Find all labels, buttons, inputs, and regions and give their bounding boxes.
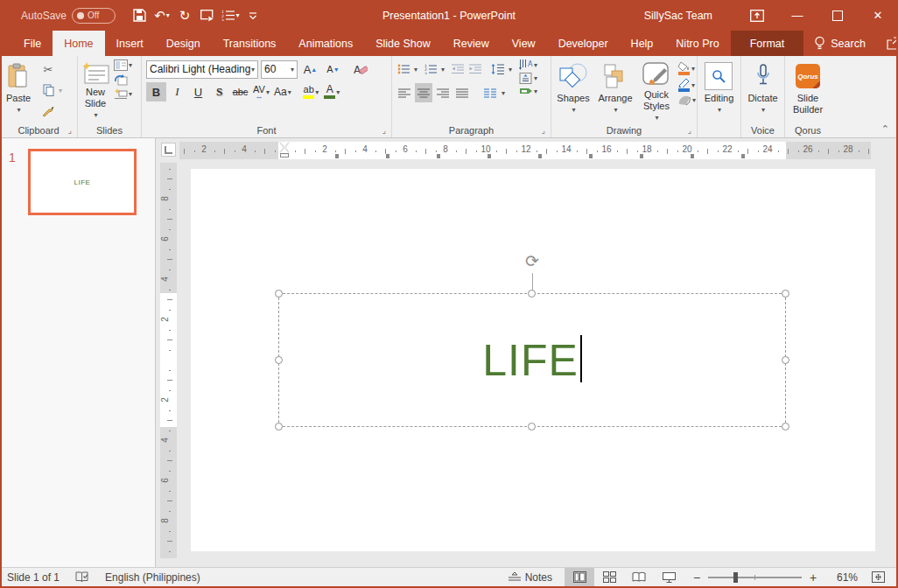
autosave-toggle[interactable]: AutoSave Off [21, 8, 116, 24]
maximize-button[interactable] [817, 0, 858, 31]
strikethrough-button[interactable]: abc [230, 82, 250, 102]
zoom-out-button[interactable]: − [691, 570, 703, 584]
slide-thumbnail-panel[interactable]: 1 LIFE [0, 138, 156, 567]
share-icon[interactable] [876, 31, 898, 56]
tab-review[interactable]: Review [442, 31, 501, 56]
redo-button[interactable]: ↻ [173, 6, 196, 25]
columns-button[interactable] [481, 83, 499, 102]
zoom-level[interactable]: 61% [826, 571, 858, 584]
customize-toolbar-icon[interactable] [242, 6, 264, 25]
collapse-ribbon-icon[interactable]: ⌃ [881, 123, 889, 135]
decrease-font-size-button[interactable]: A▼ [323, 60, 343, 79]
account-name[interactable]: SillySac Team [644, 10, 712, 22]
tab-insert[interactable]: Insert [105, 31, 155, 56]
minimize-button[interactable]: — [777, 0, 817, 31]
undo-button[interactable]: ↶▾ [151, 6, 173, 25]
tab-help[interactable]: Help [620, 31, 665, 56]
text-highlight-button[interactable]: ab ▾ [301, 82, 321, 102]
line-spacing-button[interactable] [488, 60, 506, 79]
zoom-slider-track[interactable] [708, 577, 802, 578]
tab-transitions[interactable]: Transitions [212, 31, 288, 56]
tab-file[interactable]: File [12, 31, 53, 56]
ribbon-display-options-icon[interactable] [737, 0, 777, 31]
decrease-indent-button[interactable] [450, 60, 466, 79]
editing-button[interactable]: Editing ▾ [702, 60, 737, 122]
start-slideshow-icon[interactable] [196, 6, 219, 25]
font-name-combo[interactable]: Calibri Light (Heading ▾ [146, 60, 258, 79]
quick-styles-button[interactable]: Quick Styles ▾ [637, 60, 676, 122]
dictate-button[interactable]: Dictate ▾ [745, 60, 780, 122]
reading-view-button[interactable] [624, 568, 654, 587]
save-icon[interactable] [128, 6, 151, 25]
align-text-button[interactable]: ▾ [519, 73, 537, 84]
slide-thumbnail[interactable]: LIFE [28, 149, 137, 215]
vertical-ruler[interactable]: 24682468 [160, 163, 177, 558]
arrange-button[interactable]: Arrange ▾ [593, 60, 637, 122]
underline-button[interactable]: U [188, 82, 208, 102]
slide-builder-button[interactable]: Qorus Slide Builder [786, 60, 830, 122]
slide-sorter-view-button[interactable] [594, 568, 624, 587]
shape-outline-button[interactable]: ▾ [677, 78, 696, 92]
fit-to-window-button[interactable] [863, 568, 893, 587]
resize-handle-sw[interactable] [275, 423, 283, 430]
slide-status[interactable]: Slide 1 of 1 [7, 571, 60, 584]
rotate-handle-icon[interactable]: ⟳ [525, 253, 539, 270]
section-button[interactable]: ▾ [114, 88, 132, 100]
bullets-button[interactable] [396, 60, 411, 79]
slideshow-view-button[interactable] [654, 568, 684, 587]
font-color-button[interactable]: A ▾ [322, 82, 342, 102]
increase-indent-button[interactable] [467, 60, 483, 79]
numbered-list-button[interactable]: 123 ▾ [219, 6, 242, 25]
tab-animations[interactable]: Animations [287, 31, 364, 56]
language-status[interactable]: English (Philippines) [105, 571, 200, 584]
dialog-launcher-icon[interactable]: ⌟ [538, 126, 548, 136]
resize-handle-ne[interactable] [782, 290, 789, 298]
font-size-combo[interactable]: 60 ▾ [261, 60, 298, 79]
resize-handle-e[interactable] [782, 356, 789, 364]
change-case-button[interactable]: Aa▾ [272, 82, 293, 102]
slide-canvas[interactable]: ⟳ LIFE [191, 169, 875, 551]
resize-handle-se[interactable] [782, 423, 789, 430]
numbering-button[interactable]: 123 [423, 60, 438, 79]
justify-button[interactable] [453, 83, 471, 102]
autosave-pill[interactable]: Off [72, 8, 116, 24]
shape-effects-button[interactable]: ▾ [677, 94, 696, 106]
convert-smartart-button[interactable]: ▾ [519, 86, 537, 97]
copy-button[interactable] [39, 80, 58, 100]
tab-nitro-pro[interactable]: Nitro Pro [664, 31, 730, 56]
tab-design[interactable]: Design [155, 31, 212, 56]
layout-button[interactable]: ▾ [114, 60, 132, 71]
increase-font-size-button[interactable]: A▲ [300, 60, 320, 79]
character-spacing-button[interactable]: AV↔ ▾ [251, 82, 271, 102]
text-shadow-button[interactable]: S [209, 82, 229, 102]
tab-slide-show[interactable]: Slide Show [364, 31, 442, 56]
align-center-button[interactable] [415, 83, 432, 102]
notes-button[interactable]: Notes [496, 568, 565, 587]
clear-formatting-button[interactable]: A [351, 60, 370, 79]
chevron-down-icon[interactable]: ▾ [166, 11, 170, 19]
close-button[interactable]: ✕ [858, 0, 898, 31]
tab-view[interactable]: View [501, 31, 547, 56]
dialog-launcher-icon[interactable]: ⌟ [379, 126, 389, 136]
italic-button[interactable]: I [167, 82, 187, 102]
new-slide-button[interactable]: New Slide ▾ [78, 60, 113, 122]
shapes-button[interactable]: Shapes ▾ [553, 60, 593, 122]
resize-handle-s[interactable] [528, 423, 536, 430]
chevron-down-icon[interactable]: ▾ [236, 11, 240, 19]
cut-button[interactable]: ✂ [39, 60, 58, 79]
dialog-launcher-icon[interactable]: ⌟ [684, 126, 694, 136]
spellcheck-icon[interactable] [75, 571, 89, 584]
tab-format[interactable]: Format [731, 31, 804, 56]
align-left-button[interactable] [396, 83, 413, 102]
text-direction-button[interactable]: A ▾ [519, 60, 537, 71]
tab-home[interactable]: Home [53, 31, 104, 56]
title-textbox[interactable]: ⟳ LIFE [278, 293, 786, 427]
tab-developer[interactable]: Developer [547, 31, 620, 56]
bold-button[interactable]: B [146, 82, 166, 102]
resize-handle-n[interactable] [528, 290, 536, 298]
paste-button[interactable]: Paste ▾ [0, 60, 37, 122]
resize-handle-w[interactable] [275, 356, 283, 364]
slide-title-text[interactable]: LIFE [482, 336, 579, 385]
zoom-in-button[interactable]: + [807, 570, 819, 584]
normal-view-button[interactable] [565, 568, 594, 587]
